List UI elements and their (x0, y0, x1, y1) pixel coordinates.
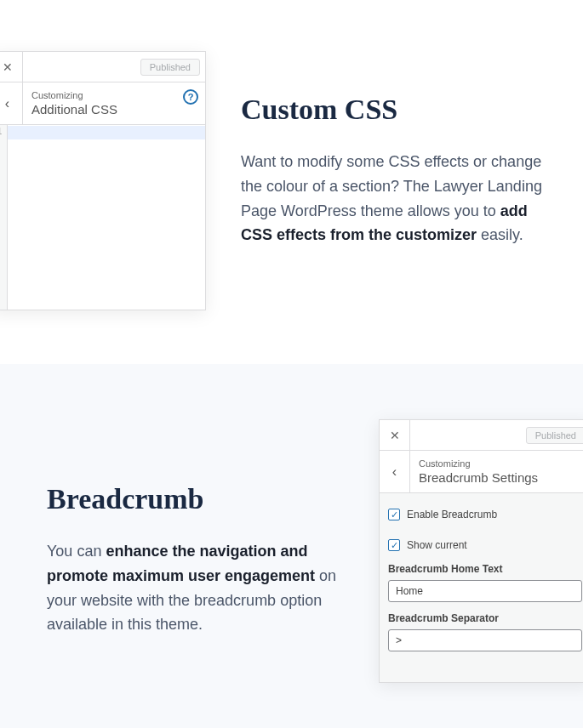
customizing-label: Customizing (31, 90, 205, 101)
code-area[interactable] (8, 125, 205, 310)
close-icon: ✕ (390, 429, 400, 442)
code-editor[interactable]: 1 (0, 125, 205, 310)
back-button[interactable]: ‹ (380, 451, 410, 493)
close-icon: ✕ (3, 60, 13, 74)
back-button[interactable]: ‹ (0, 82, 23, 125)
enable-breadcrumb-checkbox[interactable]: ✓ (388, 509, 400, 520)
content-section-1: Custom CSS Want to modify some CSS effec… (241, 94, 547, 247)
description-text-2: easily. (477, 226, 523, 243)
section-name-label: Breadcrumb Settings (419, 470, 583, 485)
section-name-label: Additional CSS (31, 102, 205, 117)
close-button[interactable]: ✕ (0, 52, 23, 82)
section-description: You can enhance the navigation and promo… (47, 539, 345, 637)
published-button[interactable]: Published (140, 59, 200, 76)
show-current-label: Show current (407, 539, 467, 551)
separator-field: Breadcrumb Separator (388, 612, 582, 651)
chevron-left-icon: ‹ (392, 464, 397, 480)
description-text-1: You can (47, 543, 106, 560)
title-text: Customizing Breadcrumb Settings (410, 458, 583, 484)
customizer-panel-css: ✕ Published ‹ Customizing Additional CSS… (0, 51, 206, 310)
separator-label: Breadcrumb Separator (388, 612, 582, 624)
panel-2-header-wrap: ✕ Published ‹ Customizing Breadcrumb Set… (380, 420, 583, 493)
description-text-1: Want to modify some CSS effects or chang… (241, 153, 542, 219)
separator-input[interactable] (388, 629, 582, 651)
home-text-label: Breadcrumb Home Text (388, 563, 582, 575)
check-icon: ✓ (391, 509, 398, 520)
show-current-row[interactable]: ✓ Show current (388, 532, 582, 551)
panel-header: ✕ Published (380, 420, 583, 451)
content-section-2: Breadcrumb You can enhance the navigatio… (47, 483, 345, 637)
line-number: 1 (0, 127, 7, 136)
title-text: Customizing Additional CSS (23, 90, 205, 116)
code-line-active (8, 126, 205, 139)
customizer-panel-breadcrumb: ✕ Published ‹ Customizing Breadcrumb Set… (379, 419, 583, 683)
panel-header: ✕ Published (0, 52, 205, 82)
enable-breadcrumb-label: Enable Breadcrumb (407, 509, 497, 520)
check-icon: ✓ (391, 540, 398, 551)
home-text-field: Breadcrumb Home Text (388, 563, 582, 602)
chevron-left-icon: ‹ (5, 96, 9, 111)
close-button[interactable]: ✕ (380, 420, 410, 451)
published-button[interactable]: Published (526, 427, 583, 444)
home-text-input[interactable] (388, 580, 582, 602)
section-heading: Custom CSS (241, 94, 547, 126)
customizing-label: Customizing (419, 458, 583, 469)
breadcrumb-section: Breadcrumb You can enhance the navigatio… (0, 364, 583, 728)
help-icon[interactable]: ? (183, 89, 198, 105)
panel-title-row: ‹ Customizing Breadcrumb Settings (380, 451, 583, 493)
custom-css-section: ✕ Published ‹ Customizing Additional CSS… (0, 0, 583, 364)
panel-body: ✓ Enable Breadcrumb ✓ Show current Bread… (380, 493, 583, 670)
show-current-checkbox[interactable]: ✓ (388, 539, 400, 551)
section-heading: Breadcrumb (47, 483, 345, 515)
enable-breadcrumb-row[interactable]: ✓ Enable Breadcrumb (388, 502, 582, 520)
panel-title-row: ‹ Customizing Additional CSS ? (0, 82, 205, 125)
line-numbers: 1 (0, 125, 8, 310)
section-description: Want to modify some CSS effects or chang… (241, 150, 547, 247)
